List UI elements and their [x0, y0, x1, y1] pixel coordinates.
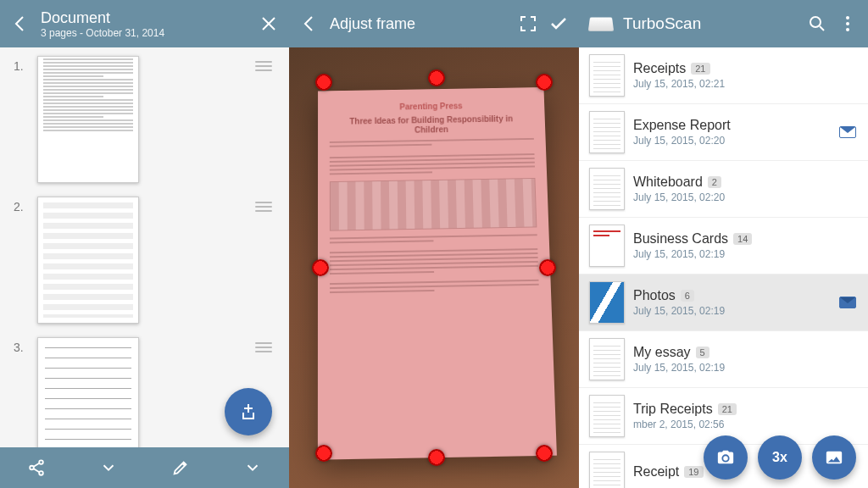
page-subtitle: 3 pages - October 31, 2014	[41, 27, 248, 39]
doc-name: Receipt	[633, 464, 679, 480]
doc-date: July 15, 2015, 02:21	[633, 78, 858, 90]
doc-date: July 15, 2015, 02:19	[633, 305, 831, 317]
mail-icon[interactable]	[839, 297, 856, 308]
page-thumbnail[interactable]	[37, 337, 139, 447]
confirm-icon[interactable]	[548, 14, 569, 34]
svg-point-5	[846, 22, 849, 25]
list-item[interactable]: Business Cards14July 15, 2015, 02:19	[579, 218, 868, 274]
crop-handle[interactable]	[312, 259, 329, 276]
doc-name: Business Cards	[633, 231, 728, 247]
doc-name: Receipts	[633, 61, 686, 76]
close-icon[interactable]	[259, 14, 279, 34]
doc-thumbnail	[589, 281, 625, 324]
doc-name: Whiteboard	[633, 175, 703, 190]
doc-name: Photos	[633, 288, 676, 303]
doc-date: July 15, 2015, 02:19	[633, 362, 858, 374]
title-block: Document 3 pages - October 31, 2014	[41, 9, 248, 39]
page-number: 2.	[14, 197, 29, 214]
scanner-icon	[588, 17, 614, 30]
page-count-badge: 14	[733, 233, 752, 245]
page-row[interactable]: 1.	[14, 56, 275, 183]
captured-doc-heading: Three Ideas for Building Responsibility …	[346, 114, 516, 136]
crop-handle[interactable]	[428, 69, 445, 86]
svg-point-6	[846, 28, 849, 31]
crop-handle[interactable]	[536, 445, 553, 462]
page-thumbnail[interactable]	[37, 197, 139, 324]
app-title: TurboScan	[623, 14, 797, 33]
doc-thumbnail	[589, 111, 625, 153]
capture-title: Adjust frame	[330, 15, 508, 33]
list-item[interactable]: Whiteboard2July 15, 2015, 02:20	[579, 161, 868, 218]
back-icon[interactable]	[10, 14, 31, 34]
page-count-badge: 21	[718, 403, 737, 415]
edit-icon[interactable]	[171, 458, 190, 477]
doc-name: Trip Receipts	[633, 402, 713, 417]
gallery-button[interactable]	[812, 435, 856, 480]
share-icon[interactable]	[27, 458, 46, 477]
doc-thumbnail	[589, 225, 625, 267]
search-icon[interactable]	[807, 14, 827, 34]
crop-handle[interactable]	[315, 74, 332, 91]
document-panel: Document 3 pages - October 31, 2014 1.2.…	[0, 0, 289, 488]
page-number: 1.	[14, 56, 29, 73]
drag-handle-icon[interactable]	[255, 337, 275, 358]
page-count-badge: 6	[681, 290, 694, 302]
document-header: Document 3 pages - October 31, 2014	[0, 0, 289, 47]
expand-icon[interactable]	[518, 14, 538, 34]
drag-handle-icon[interactable]	[255, 197, 275, 217]
captured-doc-brand: Parenting Press	[330, 100, 533, 112]
doc-thumbnail	[589, 452, 625, 488]
back-icon[interactable]	[299, 14, 320, 34]
doc-date: July 15, 2015, 02:20	[633, 191, 858, 203]
multi-shot-button[interactable]: 3x	[758, 435, 802, 480]
crop-handle[interactable]	[428, 449, 445, 466]
document-list[interactable]: Receipts21July 15, 2015, 02:21Expense Re…	[579, 47, 868, 488]
crop-handle[interactable]	[315, 445, 332, 462]
add-page-button[interactable]	[225, 388, 272, 435]
capture-header: Adjust frame	[289, 0, 579, 47]
library-header: TurboScan	[579, 0, 868, 47]
capture-viewport[interactable]: Parenting Press Three Ideas for Building…	[289, 47, 579, 488]
list-item[interactable]: My essay5July 15, 2015, 02:19	[579, 331, 868, 388]
drag-handle-icon[interactable]	[255, 56, 275, 76]
overflow-menu-icon[interactable]	[837, 14, 858, 34]
list-item[interactable]: Expense ReportJuly 15, 2015, 02:20	[579, 104, 868, 161]
list-item[interactable]: Receipts21July 15, 2015, 02:21	[579, 47, 868, 104]
page-number: 3.	[14, 337, 29, 354]
svg-point-3	[810, 17, 821, 27]
captured-doc-illustration	[330, 178, 537, 231]
doc-date: July 15, 2015, 02:19	[633, 248, 858, 260]
svg-point-4	[846, 16, 849, 19]
captured-document: Parenting Press Three Ideas for Building…	[318, 87, 557, 459]
page-row[interactable]: 2.	[14, 197, 275, 324]
doc-thumbnail	[589, 54, 625, 97]
doc-date: July 15, 2015, 02:20	[633, 135, 831, 147]
doc-thumbnail	[589, 338, 625, 380]
chevron-down-icon[interactable]	[99, 458, 118, 477]
capture-fab-row: 3x	[704, 435, 856, 480]
page-count-badge: 19	[684, 466, 703, 478]
crop-handle[interactable]	[539, 259, 556, 276]
doc-name: Expense Report	[633, 118, 731, 133]
mail-icon[interactable]	[839, 126, 856, 138]
doc-thumbnail	[589, 168, 625, 210]
capture-panel: Adjust frame Parenting Press Three Ideas…	[289, 0, 579, 488]
page-count-badge: 2	[708, 176, 721, 188]
doc-name: My essay	[633, 345, 691, 360]
page-title: Document	[41, 9, 248, 27]
doc-thumbnail	[589, 395, 625, 437]
camera-button[interactable]	[704, 435, 748, 480]
library-panel: TurboScan Receipts21July 15, 2015, 02:21…	[579, 0, 868, 488]
chevron-down-icon[interactable]	[243, 458, 262, 477]
document-toolbar	[0, 447, 289, 488]
page-thumbnail[interactable]	[37, 56, 139, 183]
page-count-badge: 5	[696, 347, 709, 358]
list-item[interactable]: Photos6July 15, 2015, 02:19	[579, 274, 868, 331]
crop-handle[interactable]	[536, 74, 553, 91]
doc-date: mber 2, 2015, 02:56	[633, 419, 858, 430]
page-count-badge: 21	[691, 63, 709, 75]
